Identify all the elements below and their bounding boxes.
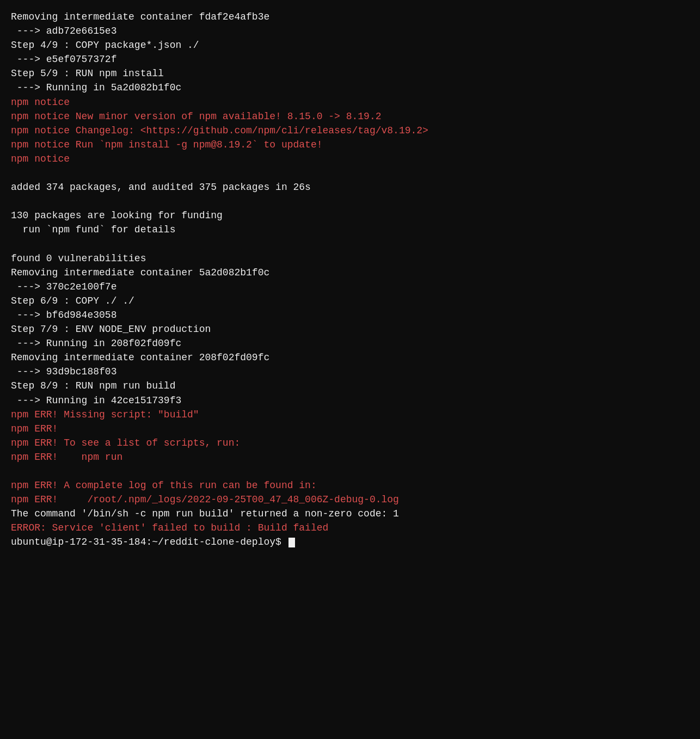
terminal-line: ubuntu@ip-172-31-35-184:~/reddit-clone-d… [11, 535, 689, 549]
terminal-line: Step 6/9 : COPY ./ ./ [11, 294, 689, 308]
terminal-line: ---> e5ef0757372f [11, 52, 689, 66]
terminal-line: added 374 packages, and audited 375 pack… [11, 180, 689, 194]
terminal-line: Step 7/9 : ENV NODE_ENV production [11, 322, 689, 336]
terminal-line: run `npm fund` for details [11, 223, 689, 237]
terminal-line: Removing intermediate container 208f02fd… [11, 350, 689, 365]
terminal-line: npm ERR! To see a list of scripts, run: [11, 436, 689, 450]
terminal-blank-line [11, 237, 689, 251]
terminal-blank-line [11, 464, 689, 478]
terminal-line: Step 5/9 : RUN npm install [11, 66, 689, 81]
terminal-line: Removing intermediate container 5a2d082b… [11, 266, 689, 280]
terminal-line: ---> adb72e6615e3 [11, 24, 689, 38]
terminal-line: Removing intermediate container fdaf2e4a… [11, 10, 689, 24]
terminal-line: npm notice New minor version of npm avai… [11, 109, 689, 124]
terminal-line: ERROR: Service 'client' failed to build … [11, 521, 689, 535]
terminal-line: npm ERR! [11, 422, 689, 436]
terminal-line: npm ERR! A complete log of this run can … [11, 478, 689, 492]
terminal-line: The command '/bin/sh -c npm run build' r… [11, 507, 689, 521]
terminal-line: ---> Running in 208f02fd09fc [11, 336, 689, 350]
terminal-line: npm ERR! Missing script: "build" [11, 408, 689, 422]
terminal-line: ---> 93d9bc188f03 [11, 365, 689, 379]
terminal-line: ---> bf6d984e3058 [11, 308, 689, 322]
terminal-line: npm notice Run `npm install -g npm@8.19.… [11, 138, 689, 152]
terminal-cursor [288, 538, 295, 547]
terminal-blank-line [11, 166, 689, 180]
terminal-line: ---> Running in 42ce151739f3 [11, 393, 689, 408]
terminal-line: 130 packages are looking for funding [11, 208, 689, 223]
terminal-line: npm notice Changelog: <https://github.co… [11, 124, 689, 138]
terminal-output: Removing intermediate container fdaf2e4a… [11, 10, 689, 550]
terminal-line: Step 8/9 : RUN npm run build [11, 379, 689, 393]
terminal-line: npm notice [11, 152, 689, 166]
terminal-line: ---> 370c2e100f7e [11, 280, 689, 294]
terminal-line: npm ERR! npm run [11, 450, 689, 464]
terminal-line: found 0 vulnerabilities [11, 251, 689, 266]
terminal-line: npm ERR! /root/.npm/_logs/2022-09-25T00_… [11, 492, 689, 507]
terminal-blank-line [11, 194, 689, 208]
terminal-line: npm notice [11, 95, 689, 109]
terminal-line: ---> Running in 5a2d082b1f0c [11, 81, 689, 95]
terminal-line: Step 4/9 : COPY package*.json ./ [11, 38, 689, 52]
